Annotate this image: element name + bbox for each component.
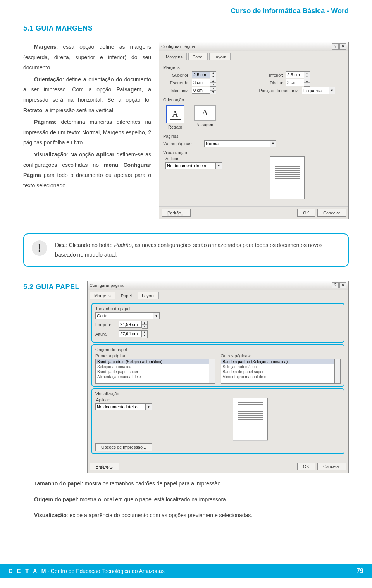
spin-direita[interactable]: ▲▼ <box>286 79 310 87</box>
list-item[interactable]: Seleção automática <box>221 364 334 369</box>
combo-posmedianiz[interactable]: ▼ <box>302 87 335 94</box>
combo-aplicar[interactable]: ▼ <box>95 403 152 410</box>
text: , a impressão será na vertical. <box>42 107 115 113</box>
spin-inferior[interactable]: ▲▼ <box>286 71 310 79</box>
term-origem-papel: Origem do papel <box>34 496 77 502</box>
group-origem-papel: Origem do papel <box>95 347 341 352</box>
spin-largura[interactable]: ▲▼ <box>119 321 148 329</box>
dialog-configurar-pagina-papel: Configurar página ? ✕ Margens Papel Layo… <box>87 281 349 473</box>
term-visualizacao: Visualização <box>34 512 67 518</box>
list-item[interactable]: Seleção automática <box>96 364 209 369</box>
label-superior: Superior: <box>163 73 189 77</box>
dialog-title: Configurar página <box>161 44 331 49</box>
input-inferior[interactable] <box>286 71 304 78</box>
tab-papel[interactable]: Papel <box>188 53 208 60</box>
group-visualizacao: Visualização <box>163 150 344 155</box>
section-52-title: 5.2 GUIA PAPEL <box>23 283 79 291</box>
input-aplicar[interactable] <box>165 162 216 169</box>
exclamation-icon: ! <box>32 240 47 256</box>
help-icon[interactable]: ? <box>332 43 339 50</box>
label-aplicar: Aplicar: <box>165 156 222 161</box>
tab-margens[interactable]: Margens <box>90 292 115 299</box>
input-posmedianiz[interactable] <box>302 87 329 94</box>
page-footer: C E T A M - Centro de Educação Tecnológi… <box>0 564 372 578</box>
label-retrato: Retrato <box>166 125 184 129</box>
tab-layout[interactable]: Layout <box>209 53 231 60</box>
padrao-button[interactable]: Padrão... <box>90 463 119 470</box>
section-52-text: Tamanho do papel: mostra os tamanhos pad… <box>23 478 349 520</box>
spin-altura[interactable]: ▲▼ <box>119 330 148 338</box>
list-item[interactable]: Bandeja padrão (Seleção automática) <box>221 359 334 364</box>
spin-esquerda[interactable]: ▲▼ <box>192 79 216 87</box>
cancel-button[interactable]: Cancelar <box>317 463 346 470</box>
scrollbar[interactable] <box>335 359 341 384</box>
close-icon[interactable]: ✕ <box>339 282 346 288</box>
print-options-button[interactable]: Opções de impressão... <box>95 443 152 451</box>
text: : exibe a aparência do documento com as … <box>67 512 252 518</box>
dialog-configurar-pagina-margens: Configurar página ? ✕ Margens Papel Layo… <box>159 42 349 219</box>
list-item[interactable]: Bandeja de papel super <box>221 369 334 374</box>
label-largura: Largura: <box>95 322 116 327</box>
input-direita[interactable] <box>286 79 304 86</box>
group-orientacao: Orientação <box>163 98 344 102</box>
combo-aplicar[interactable]: ▼ <box>165 162 222 169</box>
ok-button[interactable]: OK <box>297 209 315 217</box>
combo-papel[interactable]: ▼ <box>95 312 160 319</box>
group-margens: Margens <box>163 65 344 70</box>
input-aplicar[interactable] <box>95 403 146 410</box>
tip-text: Dica: Clicando no botão Padrão, as novas… <box>55 240 339 260</box>
list-item[interactable]: Alimentação manual de e <box>96 374 209 379</box>
list-item[interactable]: Bandeja de papel super <box>96 369 209 374</box>
term-paginas: Páginas <box>34 119 55 125</box>
input-varias-paginas[interactable] <box>204 140 270 147</box>
orientation-paisagem[interactable]: A Paisagem <box>194 105 216 129</box>
term-paisagem: Paisagem <box>116 86 141 93</box>
text: para todo o documento ou apenas para o t… <box>23 172 151 189</box>
input-esquerda[interactable] <box>192 79 210 86</box>
list-item[interactable]: Bandeja padrão (Seleção automática) <box>96 359 209 364</box>
listbox-primeira-pagina[interactable]: Bandeja padrão (Seleção automática) Sele… <box>95 359 209 384</box>
text: : Na opção <box>67 151 96 158</box>
ok-button[interactable]: OK <box>297 463 315 470</box>
footer-org: - Centro de Educação Tecnológica do Amaz… <box>47 568 165 574</box>
group-paginas: Páginas <box>163 134 344 139</box>
listbox-outras-paginas[interactable]: Bandeja padrão (Seleção automática) Sele… <box>221 359 335 384</box>
spin-medianiz[interactable]: ▲▼ <box>192 87 216 94</box>
input-medianiz[interactable] <box>192 87 210 94</box>
list-item[interactable]: Alimentação manual de e <box>221 374 334 379</box>
term-retrato: Retrato <box>23 107 42 113</box>
highlight-tamanho-papel: Tamanho do papel: ▼ Largura: ▲▼ Altura: … <box>91 303 344 343</box>
label-inferior: Inferior: <box>257 73 283 77</box>
section-51-text: Margens: essa opção define as margens (e… <box>23 42 151 192</box>
text: : mostra o local em que o papel está loc… <box>77 496 227 502</box>
input-superior[interactable] <box>192 71 210 78</box>
term-tamanho-papel: Tamanho do papel <box>34 480 82 487</box>
tab-layout[interactable]: Layout <box>138 292 159 299</box>
padrao-button[interactable]: Padrão... <box>162 209 191 217</box>
help-icon[interactable]: ? <box>332 282 339 288</box>
page-number: 79 <box>356 567 363 574</box>
term-aplicar: Aplicar <box>96 151 114 158</box>
label-aplicar: Aplicar: <box>96 398 152 402</box>
label-medianiz: Medianiz: <box>163 88 189 93</box>
orientation-retrato[interactable]: A Retrato <box>166 105 184 129</box>
label-posmedianiz: Posição da medianiz: <box>257 88 300 93</box>
combo-varias-paginas[interactable]: ▼ <box>204 140 276 147</box>
close-icon[interactable]: ✕ <box>339 43 346 50</box>
scrollbar[interactable] <box>209 359 215 384</box>
label-direita: Direita: <box>257 81 283 85</box>
label-varias-paginas: Várias páginas: <box>163 141 202 146</box>
input-largura[interactable] <box>119 321 142 328</box>
course-title: Curso de Informática Básica - Word <box>23 0 349 23</box>
text: : mostra os tamanhos padrões de papel pa… <box>82 480 222 487</box>
preview-page <box>233 398 268 440</box>
label-esquerda: Esquerda: <box>163 81 189 85</box>
spin-superior[interactable]: ▲▼ <box>192 71 216 79</box>
tab-margens[interactable]: Margens <box>162 53 187 60</box>
label-outras-paginas: Outras páginas: <box>221 353 341 358</box>
input-papel[interactable] <box>95 312 153 319</box>
cancel-button[interactable]: Cancelar <box>317 209 346 217</box>
input-altura[interactable] <box>119 330 142 337</box>
term-visualizacao: Visualização <box>34 151 67 158</box>
tab-papel[interactable]: Papel <box>117 292 136 299</box>
